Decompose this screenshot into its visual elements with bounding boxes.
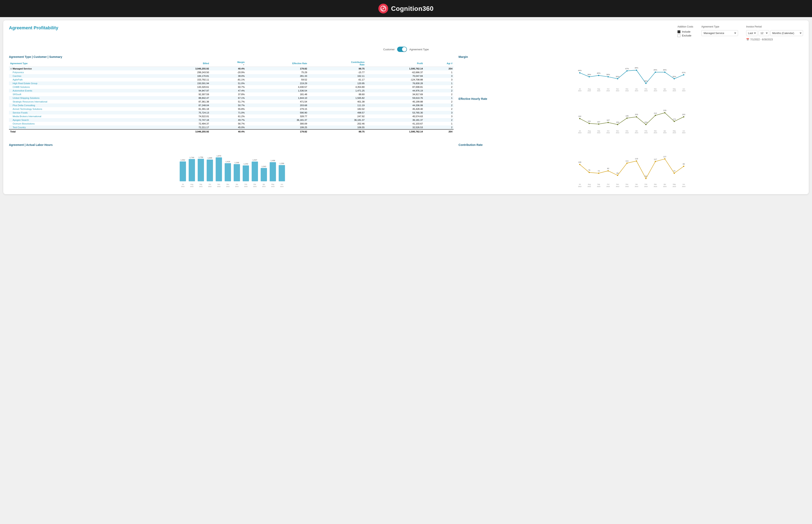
svg-text:Jun: Jun	[683, 183, 685, 185]
row-billed: 87,248.04	[152, 103, 210, 107]
svg-point-52	[598, 124, 599, 125]
svg-text:2022: 2022	[626, 185, 629, 187]
svg-text:Apr: Apr	[263, 183, 265, 185]
row-name: AgilePath	[9, 78, 152, 82]
svg-text:111: 111	[626, 160, 629, 162]
table-row[interactable]: AgilePath153,792.11-81.1%59.52-61.17-124…	[9, 78, 454, 82]
row-margin: 38.0%	[210, 74, 246, 78]
table-row[interactable]: Ocimum Biosolutions72,494.3756.7%300.092…	[9, 122, 454, 126]
row-margin: 37.8%	[210, 93, 246, 96]
svg-rect-142	[279, 165, 285, 181]
table-row[interactable]: Carchex184,170.8138.0%281.33162.1170,047…	[9, 74, 454, 78]
svg-rect-130	[251, 162, 258, 181]
include-checkbox[interactable]	[678, 30, 680, 33]
row-margin: 71.0%	[210, 111, 246, 115]
row-effective-rate: 36,181.37	[246, 118, 308, 122]
row-margin: 45.0%	[210, 126, 246, 129]
customer-agreement-toggle[interactable]	[397, 47, 407, 52]
svg-text:2022: 2022	[217, 185, 221, 187]
row-margin: -81.1%	[210, 78, 246, 82]
row-profit: 44,206.99	[366, 103, 424, 107]
agreement-type-label: Agreement Type	[701, 25, 738, 28]
table-row[interactable]: Media Brokers International74,522.0161.2…	[9, 115, 454, 118]
invoice-period-type-select[interactable]: Last This	[746, 30, 758, 36]
row-agr: 2	[424, 103, 454, 107]
svg-text:2023: 2023	[682, 90, 685, 92]
table-row[interactable]: SRSsoft92,307.5937.8%181.4888.6034,917.6…	[9, 93, 454, 96]
svg-text:212: 212	[654, 112, 657, 114]
svg-text:2023: 2023	[672, 185, 676, 187]
svg-text:2023: 2023	[654, 90, 657, 92]
svg-text:Dec: Dec	[226, 183, 229, 185]
svg-text:40%: 40%	[597, 72, 601, 74]
col-billed: Billed	[152, 60, 210, 67]
contribution-rate-title: Contribution Rate	[458, 143, 803, 147]
col-agreement-type: Agreement Type	[9, 60, 152, 67]
exclude-checkbox[interactable]	[678, 34, 680, 37]
svg-text:73: 73	[673, 170, 675, 172]
row-effective-rate: 590.90	[246, 111, 308, 115]
row-effective-rate: 471.54	[246, 100, 308, 103]
row-margin: 49.7%	[210, 118, 246, 122]
agreement-type-select[interactable]: Managed Service Time & Materials Fixed F…	[701, 30, 738, 36]
group-billed: 3,946,255.92	[152, 67, 210, 71]
svg-text:2022: 2022	[588, 132, 591, 134]
table-row[interactable]: Automotive Events94,947.9747.4%1,536.541…	[9, 89, 454, 93]
svg-text:82: 82	[607, 167, 609, 169]
table-row[interactable]: Apogee Search72,747.1849.7%36,181.3736,1…	[9, 118, 454, 122]
svg-text:1,242: 1,242	[244, 163, 248, 165]
svg-text:203: 203	[635, 114, 638, 115]
table-row[interactable]: CHMB Solutions143,320.6160.7%4,430.574,3…	[9, 85, 454, 89]
svg-point-7	[627, 70, 628, 71]
labor-hours-title: Agreement | Actual Labor Hours	[9, 143, 454, 147]
table-row[interactable]: Service Foods75,724.1371.0%590.90498.575…	[9, 111, 454, 115]
toggle-knob	[402, 47, 406, 51]
row-margin: 67.1%	[210, 96, 246, 100]
row-contribution-rate: 401.38	[308, 100, 366, 103]
table-row[interactable]: United Shipping Solutions88,842.4767.1%1…	[9, 96, 454, 100]
row-effective-rate: 1,644.10	[246, 96, 308, 100]
row-billed: 143,320.61	[152, 85, 210, 89]
svg-text:Oct: Oct	[209, 183, 211, 185]
svg-text:Jul: Jul	[182, 183, 184, 185]
svg-point-61	[683, 116, 684, 117]
table-row[interactable]: Amnet Technology Solutions81,391.1855.8%…	[9, 107, 454, 111]
invoice-period-unit-select[interactable]: Months (Calendar) Months (Rolling) Quart…	[770, 30, 803, 36]
invoice-period-value-select[interactable]: 12 6 3	[759, 30, 769, 36]
addition-costs-label: Addition Costs	[678, 25, 693, 28]
row-margin: 61.2%	[210, 115, 246, 118]
row-agr: 2	[424, 89, 454, 93]
svg-point-58	[655, 115, 656, 116]
svg-rect-110	[207, 160, 213, 181]
row-contribution-rate: 120.95	[308, 82, 366, 85]
svg-text:Jun: Jun	[683, 130, 685, 132]
svg-text:2022: 2022	[588, 90, 591, 92]
table-row[interactable]: Plus Delta Consulting87,248.0450.7%203.6…	[9, 103, 454, 107]
table-row[interactable]: Strategic Resources International87,361.…	[9, 100, 454, 103]
table-section: Agreement Type | Customer | Summary Agre…	[9, 55, 454, 139]
row-agr: 1	[424, 96, 454, 100]
col-agr: Agr #	[424, 60, 454, 67]
svg-text:48%: 48%	[635, 67, 638, 69]
labor-hours-chart-svg: 1,552Jul20221,744Aug20221,759Sep20221,69…	[9, 148, 454, 189]
exclude-row[interactable]: Exclude	[678, 34, 693, 37]
row-agr: 2	[424, 93, 454, 96]
table-row[interactable]: Polysonics299,243.50-20.9%75.29-15.77-62…	[9, 70, 454, 74]
svg-point-12	[673, 78, 675, 80]
svg-text:1,269: 1,269	[279, 162, 284, 164]
svg-point-154	[655, 161, 656, 162]
svg-text:2023: 2023	[271, 185, 275, 187]
svg-text:Jan: Jan	[635, 88, 638, 90]
svg-rect-134	[261, 168, 267, 181]
table-row[interactable]: Test Country72,211.1745.0%199.25106.5532…	[9, 126, 454, 129]
svg-text:Jan: Jan	[236, 183, 238, 185]
svg-text:2023: 2023	[672, 90, 676, 92]
svg-text:2023: 2023	[235, 185, 239, 187]
svg-text:2022: 2022	[597, 90, 601, 92]
table-row[interactable]: High Real Estate Group150,591.9451.0%219…	[9, 82, 454, 85]
svg-point-54	[617, 124, 618, 125]
svg-point-4	[598, 75, 599, 76]
include-row[interactable]: Include	[678, 30, 693, 33]
table-header-row: Agreement Type Billed Margin▼ Effective …	[9, 60, 454, 67]
row-agr: 3	[424, 74, 454, 78]
